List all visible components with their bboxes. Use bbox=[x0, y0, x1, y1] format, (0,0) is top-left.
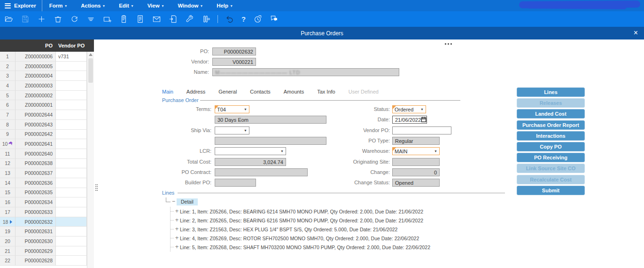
menu-edit[interactable]: Edit▾ bbox=[112, 0, 140, 11]
po-cell[interactable]: Z000000004 bbox=[16, 71, 56, 81]
close-icon[interactable]: × bbox=[634, 29, 638, 37]
po-cell[interactable]: P000002631 bbox=[16, 227, 56, 236]
table-row[interactable]: 19P000002631 bbox=[0, 227, 94, 236]
table-row[interactable]: 21P000002629 bbox=[0, 246, 94, 256]
po-cell[interactable]: P000002635 bbox=[16, 188, 56, 198]
po-cell[interactable]: Z000000002 bbox=[16, 91, 56, 101]
grid-scroll-up-icon[interactable] bbox=[89, 53, 93, 56]
table-row[interactable]: 10P000002641 bbox=[0, 139, 94, 149]
vendor-po-cell[interactable] bbox=[56, 256, 87, 266]
vendor-po-cell[interactable] bbox=[56, 178, 87, 188]
table-row[interactable]: 4Z000000003 bbox=[0, 81, 94, 91]
row-number-cell[interactable]: 7 bbox=[0, 110, 16, 120]
menu-form[interactable]: Form▾ bbox=[42, 0, 74, 11]
table-row[interactable]: 9P000002642 bbox=[0, 130, 94, 140]
menu-view[interactable]: View▾ bbox=[140, 0, 171, 11]
tab-tax-info[interactable]: Tax Info bbox=[317, 89, 335, 95]
po-receiving-button[interactable]: PO Receiving bbox=[517, 153, 585, 162]
row-number-cell[interactable]: 16 bbox=[0, 197, 16, 207]
new-icon[interactable] bbox=[37, 15, 46, 24]
vendor-po-input[interactable] bbox=[392, 126, 451, 134]
submit-button[interactable]: Submit bbox=[517, 186, 585, 195]
filter-icon[interactable] bbox=[86, 15, 95, 24]
row-number-cell[interactable]: 11 bbox=[0, 149, 16, 159]
expand-icon[interactable]: + bbox=[174, 216, 180, 223]
vendor-po-cell[interactable] bbox=[56, 91, 87, 101]
po-cell[interactable]: P000002630 bbox=[16, 236, 56, 246]
vendor-po-cell[interactable] bbox=[56, 246, 87, 256]
tree-line-item[interactable]: +Line: 1, Item: Z05266, Desc: BEARING 62… bbox=[171, 207, 430, 216]
table-row[interactable]: 6Z000000001 bbox=[0, 100, 94, 110]
vendor-po-cell[interactable] bbox=[56, 217, 87, 227]
tab-contacts[interactable]: Contacts bbox=[250, 89, 270, 95]
row-number-cell[interactable]: 9 bbox=[0, 130, 16, 140]
table-row[interactable]: 14P000002636 bbox=[0, 178, 94, 188]
vendor-po-cell[interactable] bbox=[56, 120, 87, 130]
po-cell[interactable]: P000002641 bbox=[16, 139, 56, 149]
row-number-cell[interactable]: 5 bbox=[0, 91, 16, 101]
po-cell[interactable]: P000002640 bbox=[16, 149, 56, 159]
lcr-combo[interactable]: ▼ bbox=[215, 147, 286, 155]
feedback-icon[interactable] bbox=[269, 15, 279, 24]
row-number-cell[interactable]: 3 bbox=[0, 71, 16, 81]
po-cell[interactable]: P000002628 bbox=[16, 256, 56, 266]
report-icon[interactable] bbox=[135, 15, 145, 24]
row-number-cell[interactable]: 13 bbox=[0, 168, 16, 178]
vendor-po-cell[interactable] bbox=[56, 71, 87, 81]
calendar-icon[interactable] bbox=[421, 117, 427, 123]
table-row[interactable]: 8P000002643 bbox=[0, 120, 94, 130]
vendor-po-cell[interactable] bbox=[56, 159, 87, 169]
row-number-cell[interactable]: 6 bbox=[0, 100, 16, 110]
delete-icon[interactable] bbox=[53, 15, 62, 24]
vendor-po-cell[interactable] bbox=[56, 197, 87, 207]
copy-po-button[interactable]: Copy PO bbox=[517, 142, 585, 151]
menu-actions[interactable]: Actions▾ bbox=[74, 0, 112, 11]
refresh-icon[interactable] bbox=[70, 15, 79, 24]
vendor-po-cell[interactable] bbox=[56, 100, 87, 110]
vendor-po-cell[interactable] bbox=[56, 236, 87, 246]
po-cell[interactable]: P000002642 bbox=[16, 130, 56, 140]
table-row[interactable]: 11P000002640 bbox=[0, 149, 94, 159]
vendor-po-cell[interactable] bbox=[56, 110, 87, 120]
history-icon[interactable] bbox=[253, 15, 262, 24]
expand-icon[interactable]: + bbox=[174, 207, 180, 214]
row-number-cell[interactable]: 4 bbox=[0, 81, 16, 91]
vendor-po-cell[interactable] bbox=[56, 81, 87, 91]
vendor-po-cell[interactable] bbox=[56, 188, 87, 198]
row-number-cell[interactable]: 18 bbox=[0, 217, 16, 227]
customize-icon[interactable] bbox=[185, 15, 194, 24]
row-number-cell[interactable]: 15 bbox=[0, 188, 16, 198]
row-number-cell[interactable]: 20 bbox=[0, 236, 16, 246]
notes-icon[interactable] bbox=[119, 15, 128, 24]
expand-icon[interactable]: + bbox=[174, 234, 180, 241]
row-number-cell[interactable]: 21 bbox=[0, 246, 16, 256]
grid-header-vendor-po[interactable]: Vendor PO bbox=[56, 43, 87, 48]
po-cell[interactable]: P000002632 bbox=[16, 217, 56, 227]
po-cell[interactable]: Z000000001 bbox=[16, 100, 56, 110]
lookup-icon[interactable] bbox=[201, 15, 210, 24]
interactions-button[interactable]: Interactions bbox=[517, 131, 585, 141]
panel-splitter-handle[interactable] bbox=[95, 184, 98, 192]
vendor-po-cell[interactable] bbox=[56, 62, 87, 71]
tab-amounts[interactable]: Amounts bbox=[284, 89, 304, 95]
lines-button[interactable]: Lines bbox=[517, 87, 585, 97]
mail-icon[interactable] bbox=[152, 15, 161, 24]
explorer-menu[interactable]: Explorer bbox=[0, 0, 42, 11]
table-row[interactable]: 18P000002632 bbox=[0, 217, 94, 227]
expand-icon[interactable]: + bbox=[174, 225, 180, 232]
row-number-cell[interactable]: 12 bbox=[0, 159, 16, 169]
po-cell[interactable]: P000002638 bbox=[16, 159, 56, 169]
row-number-cell[interactable]: 14 bbox=[0, 178, 16, 188]
tab-address[interactable]: Address bbox=[186, 89, 205, 95]
tab-main[interactable]: Main bbox=[162, 89, 173, 95]
table-row[interactable]: 20P000002630 bbox=[0, 236, 94, 246]
row-number-cell[interactable]: 22 bbox=[0, 256, 16, 266]
tree-line-item[interactable]: +Line: 5, Item: Z05268, Desc: SHAFT MH70… bbox=[171, 243, 430, 252]
new-window-icon[interactable] bbox=[102, 15, 112, 24]
tree-line-item[interactable]: +Line: 2, Item: Z05265, Desc: BEARING 62… bbox=[171, 216, 430, 225]
table-row[interactable]: 2Z000000005 bbox=[0, 62, 94, 71]
vendor-po-cell[interactable] bbox=[56, 149, 87, 159]
vendor-po-cell[interactable] bbox=[56, 139, 87, 149]
vendor-po-cell[interactable] bbox=[56, 130, 87, 140]
warehouse-combo[interactable]: MAIN▼ bbox=[392, 147, 440, 155]
